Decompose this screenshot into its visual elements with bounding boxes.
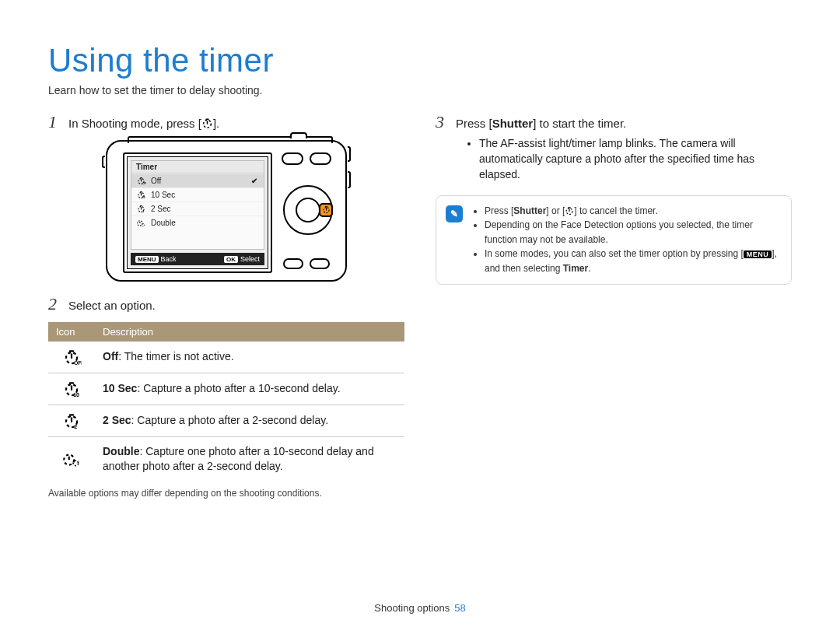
menu-key-icon: MENU <box>744 250 772 258</box>
camera-screen: Timer Off✔ 10 Sec 2 Sec Double MENUBack … <box>123 152 272 273</box>
step-3-text: Press [Shutter] to start the timer. The … <box>456 114 792 183</box>
options-table: Icon Description Off: The timer is not a… <box>48 322 404 482</box>
table-row: 10 Sec: Capture a photo after a 10-secon… <box>48 373 404 405</box>
timer-button-highlight <box>319 203 333 217</box>
step-number: 1 <box>48 114 61 131</box>
menu-item-2sec: 2 Sec <box>131 201 264 215</box>
step-2-text: Select an option. <box>68 296 156 314</box>
step-3-bullet: The AF-assist light/timer lamp blinks. T… <box>479 135 792 183</box>
col-icon: Icon <box>48 322 95 342</box>
note-item: Depending on the Face Detection options … <box>485 218 782 247</box>
table-row: Off: The timer is not active. <box>48 342 404 373</box>
note-box: ✎ Press [Shutter] or [] to cancel the ti… <box>436 195 792 285</box>
timer-2-icon <box>48 405 95 436</box>
footer-section: Shooting options <box>374 602 450 614</box>
note-item: Press [Shutter] or [] to cancel the time… <box>485 204 782 219</box>
step-number: 3 <box>436 114 448 131</box>
timer-10-icon <box>48 373 95 405</box>
step-2: 2 Select an option. <box>48 296 404 314</box>
page-subtitle: Learn how to set the timer to delay shoo… <box>48 84 792 96</box>
step-number: 2 <box>48 296 61 313</box>
step-3: 3 Press [Shutter] to start the timer. Th… <box>436 114 792 183</box>
menu-title: Timer <box>131 161 264 173</box>
left-column: 1 In Shooting mode, press []. <box>48 114 404 499</box>
timer-icon <box>565 206 574 215</box>
note-icon: ✎ <box>446 205 463 222</box>
timer-double-icon <box>48 436 95 482</box>
table-row: Double: Capture one photo after a 10-sec… <box>48 436 404 482</box>
menu-item-double: Double <box>131 215 264 229</box>
table-row: 2 Sec: Capture a photo after a 2-second … <box>48 405 404 436</box>
camera-illustration: Timer Off✔ 10 Sec 2 Sec Double MENUBack … <box>48 140 404 282</box>
footnote: Available options may differ depending o… <box>48 488 404 499</box>
page-title: Using the timer <box>48 42 792 79</box>
menu-footer-bar: MENUBack OKSelect <box>131 253 264 265</box>
timer-off-icon <box>48 342 95 373</box>
timer-icon <box>201 117 213 129</box>
step-1: 1 In Shooting mode, press []. <box>48 114 404 132</box>
col-description: Description <box>95 322 404 342</box>
right-column: 3 Press [Shutter] to start the timer. Th… <box>436 114 792 499</box>
menu-item-off: Off✔ <box>131 173 264 187</box>
menu-item-10sec: 10 Sec <box>131 187 264 201</box>
footer-page-number: 58 <box>454 602 465 614</box>
page-footer: Shooting options58 <box>0 602 840 614</box>
note-item: In some modes, you can also set the time… <box>485 247 782 275</box>
check-icon: ✔ <box>251 177 257 185</box>
step-1-text: In Shooting mode, press []. <box>68 114 219 132</box>
manual-page: Using the timer Learn how to set the tim… <box>0 0 840 634</box>
